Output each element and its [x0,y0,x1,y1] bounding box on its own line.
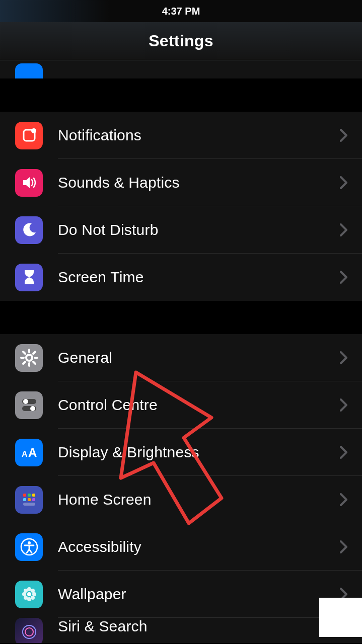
settings-row-screen-time[interactable]: Screen Time [0,254,362,301]
gear-icon [15,344,43,372]
row-label: Accessibility [58,538,340,555]
status-bar: 4:37 PM [0,0,362,22]
svg-point-2 [26,355,32,361]
speaker-icon [15,169,43,197]
svg-point-14 [30,406,35,411]
svg-rect-22 [32,498,35,501]
nav-header: Settings [0,22,362,60]
row-label: Wallpaper [58,586,340,603]
svg-point-26 [27,592,31,596]
svg-point-34 [31,596,35,600]
text-size-icon: AA [15,439,43,466]
toggles-icon [15,391,43,419]
svg-point-28 [27,597,31,601]
settings-row-sounds-haptics[interactable]: Sounds & Haptics [0,159,362,206]
settings-row-accessibility[interactable]: Accessibility [0,523,362,571]
row-label: Siri & Search [58,618,340,635]
row-label: Do Not Disturb [58,221,340,238]
settings-row-wallpaper[interactable]: Wallpaper [0,571,362,618]
svg-text:A: A [28,446,37,459]
svg-line-9 [23,362,25,364]
accessibility-icon [15,533,43,561]
svg-text:A: A [22,450,28,458]
svg-point-36 [25,628,33,636]
svg-point-25 [28,541,31,544]
chevron-right-icon [340,446,348,459]
moon-icon [15,216,43,244]
notification-icon [15,122,43,149]
chevron-right-icon [340,493,348,506]
row-label: Notifications [58,127,340,144]
flower-icon [15,581,43,608]
overlay-box [319,598,362,637]
row-label: Control Centre [58,396,340,414]
chevron-right-icon [340,351,348,364]
row-label: Screen Time [58,269,340,286]
chevron-right-icon [340,223,348,236]
row-label: Display & Brightness [58,444,340,461]
svg-point-27 [27,587,31,591]
page-title: Settings [149,32,213,50]
settings-row-siri-search[interactable]: Siri & Search [0,618,362,643]
settings-section: Notifications Sounds & Haptics Do Not Di… [0,112,362,301]
svg-line-10 [33,352,35,354]
settings-row-control-centre[interactable]: Control Centre [0,381,362,429]
svg-rect-18 [28,494,31,497]
svg-rect-23 [23,503,35,506]
svg-rect-21 [28,498,31,501]
row-label: General [58,349,340,366]
siri-icon [15,618,43,643]
settings-row-home-screen[interactable]: Home Screen [0,476,362,523]
svg-point-1 [31,128,36,133]
svg-point-30 [32,592,36,596]
chevron-right-icon [340,129,348,142]
svg-point-29 [22,592,26,596]
row-label: Home Screen [58,491,340,508]
settings-row-partial-prev[interactable] [0,60,362,78]
svg-rect-17 [23,494,26,497]
status-time: 4:37 PM [162,6,200,17]
svg-point-35 [23,625,36,638]
settings-row-general[interactable]: General [0,334,362,381]
settings-row-display-brightness[interactable]: AA Display & Brightness [0,429,362,476]
settings-section: General Control Centre AA Display & Brig… [0,334,362,643]
svg-line-7 [23,352,25,354]
app-grid-icon [15,486,43,514]
svg-rect-20 [23,498,26,501]
svg-point-33 [24,596,28,600]
svg-point-12 [23,399,28,404]
svg-rect-19 [32,494,35,497]
row-label: Sounds & Haptics [58,174,340,191]
svg-point-31 [24,589,28,593]
chevron-right-icon [340,176,348,189]
section-gap [0,78,362,112]
hourglass-icon [15,264,43,291]
svg-line-8 [33,362,35,364]
settings-row-notifications[interactable]: Notifications [0,112,362,159]
chevron-right-icon [340,540,348,553]
settings-row-do-not-disturb[interactable]: Do Not Disturb [0,206,362,254]
chevron-right-icon [340,271,348,284]
chevron-right-icon [340,398,348,412]
svg-point-32 [31,589,35,593]
app-icon [15,63,43,78]
settings-list[interactable]: Notifications Sounds & Haptics Do Not Di… [0,60,362,643]
section-gap [0,301,362,334]
